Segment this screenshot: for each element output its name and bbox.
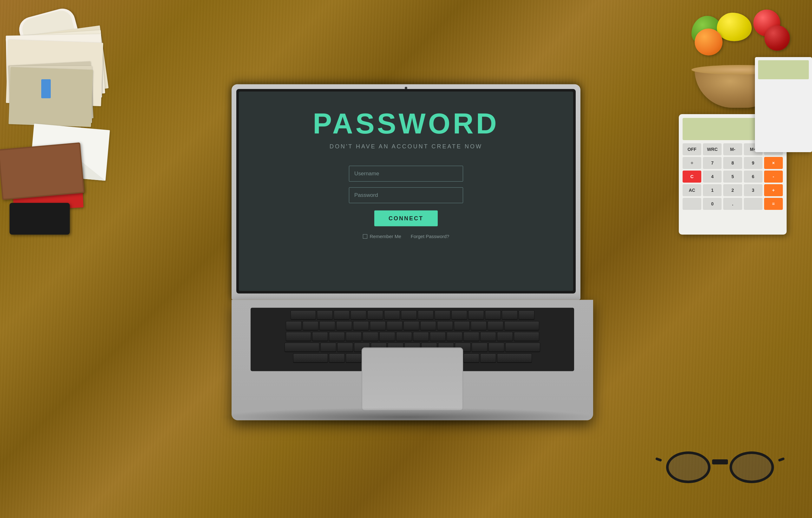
key-f6 bbox=[401, 310, 417, 320]
glasses bbox=[660, 435, 780, 486]
key-return bbox=[514, 332, 539, 341]
key-minus bbox=[471, 321, 487, 331]
key-lbracket bbox=[480, 332, 496, 341]
key-rbracket bbox=[497, 332, 513, 341]
calc-btn-4[interactable]: 4 bbox=[703, 171, 722, 183]
key-shift-r bbox=[497, 354, 532, 363]
username-input[interactable] bbox=[349, 166, 463, 182]
key-p bbox=[463, 332, 479, 341]
key-f12 bbox=[502, 310, 518, 320]
key-f8 bbox=[435, 310, 451, 320]
calc-btn-0[interactable]: 0 bbox=[703, 198, 722, 210]
laptop-lid: PASSWORD DON'T HAVE AN ACCOUNT CREATE NO… bbox=[232, 84, 580, 300]
key-3 bbox=[336, 321, 352, 331]
calc-btn-3[interactable]: 3 bbox=[744, 184, 762, 196]
key-e bbox=[346, 332, 361, 341]
calc-btn-6[interactable]: 6 bbox=[744, 171, 762, 183]
create-account-text: DON'T HAVE AN ACCOUNT CREATE NOW bbox=[329, 143, 483, 150]
calculator-buttons: OFF WRC M- M+ % ÷ 7 8 9 × C 4 5 6 - AC 1… bbox=[683, 143, 783, 210]
key-semi bbox=[472, 343, 488, 352]
key-period bbox=[463, 354, 479, 363]
remember-me-label: Remember Me bbox=[370, 234, 401, 239]
password-title: PASSWORD bbox=[313, 108, 499, 140]
key-y bbox=[396, 332, 412, 341]
key-f4 bbox=[367, 310, 383, 320]
key-tab bbox=[286, 332, 311, 341]
key-s bbox=[337, 343, 353, 352]
calc-btn-1[interactable]: 1 bbox=[703, 184, 722, 196]
calc-btn-plus[interactable]: + bbox=[764, 184, 783, 196]
glasses-lens-right bbox=[729, 451, 774, 483]
key-t bbox=[379, 332, 395, 341]
keyboard-row-fn bbox=[253, 310, 572, 320]
key-shift-l bbox=[293, 354, 328, 363]
key-z bbox=[329, 354, 345, 363]
left-desk-items bbox=[0, 0, 133, 190]
white-device bbox=[755, 57, 812, 152]
calc-btn-empty2[interactable] bbox=[744, 198, 762, 210]
paper-clip bbox=[41, 79, 51, 98]
key-4 bbox=[353, 321, 369, 331]
key-q bbox=[312, 332, 328, 341]
clipped-papers bbox=[9, 63, 98, 133]
calc-btn-tax+[interactable]: ÷ bbox=[683, 157, 701, 169]
calc-btn-wrc[interactable]: WRC bbox=[703, 143, 722, 155]
key-u bbox=[413, 332, 429, 341]
calc-btn-2[interactable]: 2 bbox=[723, 184, 742, 196]
key-return2 bbox=[505, 343, 540, 352]
key-fwdslash bbox=[480, 354, 496, 363]
calc-btn-9[interactable]: 9 bbox=[744, 157, 762, 169]
connect-button[interactable]: CONNECT bbox=[374, 211, 438, 226]
key-a bbox=[320, 343, 336, 352]
glasses-lens-left bbox=[666, 451, 710, 483]
key-9 bbox=[437, 321, 453, 331]
calc-btn-dot[interactable]: . bbox=[723, 198, 742, 210]
device-screen bbox=[758, 60, 809, 79]
login-form: CONNECT Remember Me Forget Password? bbox=[349, 166, 463, 239]
key-tilde bbox=[286, 321, 302, 331]
calc-btn-5[interactable]: 5 bbox=[723, 171, 742, 183]
calc-btn-7[interactable]: 7 bbox=[703, 157, 722, 169]
laptop-body bbox=[232, 300, 593, 420]
key-eq bbox=[488, 321, 503, 331]
calc-btn-c[interactable]: C bbox=[683, 171, 701, 183]
calc-btn-empty1[interactable] bbox=[683, 198, 701, 210]
black-item bbox=[9, 203, 70, 235]
calc-btn-multiply[interactable]: × bbox=[764, 157, 783, 169]
key-0 bbox=[454, 321, 470, 331]
trackpad[interactable] bbox=[361, 347, 463, 411]
key-f9 bbox=[452, 310, 467, 320]
key-2 bbox=[319, 321, 335, 331]
calc-btn-minus[interactable]: - bbox=[764, 171, 783, 183]
calc-btn-8[interactable]: 8 bbox=[723, 157, 742, 169]
calc-btn-equals[interactable]: = bbox=[764, 198, 783, 210]
glasses-frame bbox=[660, 448, 780, 486]
remember-me-group: Remember Me bbox=[363, 234, 401, 239]
key-6 bbox=[387, 321, 403, 331]
key-f5 bbox=[384, 310, 400, 320]
keyboard-row-qwerty bbox=[253, 332, 572, 341]
password-input[interactable] bbox=[349, 187, 463, 203]
calc-btn-m-[interactable]: M- bbox=[723, 143, 742, 155]
laptop: PASSWORD DON'T HAVE AN ACCOUNT CREATE NO… bbox=[232, 84, 580, 420]
key-del bbox=[519, 310, 534, 320]
key-8 bbox=[420, 321, 436, 331]
brown-wallet bbox=[0, 142, 84, 200]
remember-me-checkbox[interactable] bbox=[363, 234, 367, 238]
calc-btn-ac[interactable]: AC bbox=[683, 184, 701, 196]
glasses-bridge bbox=[712, 459, 728, 464]
paper bbox=[8, 67, 93, 127]
form-footer: Remember Me Forget Password? bbox=[363, 234, 450, 239]
key-7 bbox=[403, 321, 419, 331]
key-o bbox=[446, 332, 462, 341]
calc-btn-off[interactable]: OFF bbox=[683, 143, 701, 155]
forget-password-link[interactable]: Forget Password? bbox=[411, 234, 450, 239]
laptop-shadow bbox=[216, 408, 596, 427]
key-x bbox=[346, 354, 361, 363]
key-f10 bbox=[468, 310, 484, 320]
red-apple-2 bbox=[764, 25, 790, 51]
key-backspace bbox=[504, 321, 539, 331]
screen-bezel: PASSWORD DON'T HAVE AN ACCOUNT CREATE NO… bbox=[236, 89, 576, 294]
key-caps bbox=[285, 343, 319, 352]
keyboard-row-2 bbox=[253, 321, 572, 331]
